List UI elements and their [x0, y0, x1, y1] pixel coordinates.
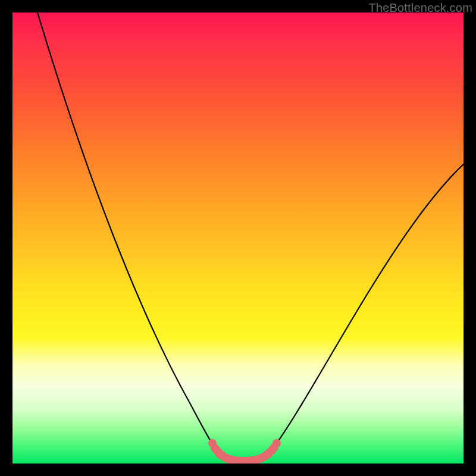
marker-dot: [264, 450, 273, 458]
plot-frame: [12, 12, 464, 464]
marker-dot: [273, 439, 281, 447]
bottleneck-chart: [12, 12, 464, 464]
watermark-text: TheBottleneck.com: [368, 1, 472, 15]
marker-dot: [215, 450, 224, 458]
curve-right-branch: [216, 164, 464, 462]
marker-dot: [208, 439, 217, 447]
curve-left-branch: [37, 12, 216, 450]
